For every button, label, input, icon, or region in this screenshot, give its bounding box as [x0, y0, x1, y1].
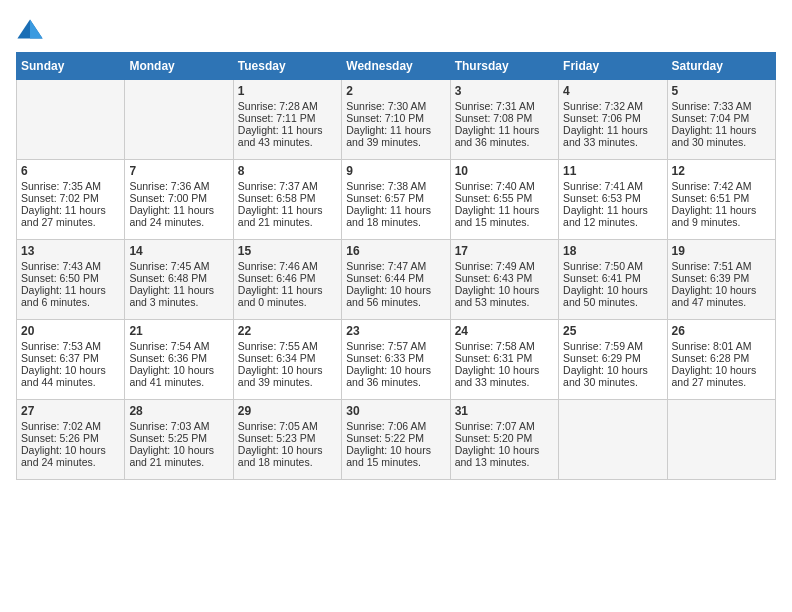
day-info: Sunrise: 7:35 AM	[21, 180, 120, 192]
calendar-cell: 15Sunrise: 7:46 AMSunset: 6:46 PMDayligh…	[233, 240, 341, 320]
day-info: Daylight: 10 hours and 18 minutes.	[238, 444, 337, 468]
calendar-cell: 23Sunrise: 7:57 AMSunset: 6:33 PMDayligh…	[342, 320, 450, 400]
day-number: 7	[129, 164, 228, 178]
day-info: Sunrise: 7:58 AM	[455, 340, 554, 352]
day-number: 3	[455, 84, 554, 98]
day-info: Daylight: 11 hours and 43 minutes.	[238, 124, 337, 148]
day-info: Sunset: 6:51 PM	[672, 192, 771, 204]
day-number: 30	[346, 404, 445, 418]
day-info: Daylight: 11 hours and 33 minutes.	[563, 124, 662, 148]
day-number: 5	[672, 84, 771, 98]
day-number: 17	[455, 244, 554, 258]
calendar-cell: 30Sunrise: 7:06 AMSunset: 5:22 PMDayligh…	[342, 400, 450, 480]
day-number: 8	[238, 164, 337, 178]
day-info: Daylight: 11 hours and 30 minutes.	[672, 124, 771, 148]
day-info: Sunset: 6:36 PM	[129, 352, 228, 364]
day-info: Sunrise: 7:28 AM	[238, 100, 337, 112]
day-number: 15	[238, 244, 337, 258]
day-info: Sunset: 6:58 PM	[238, 192, 337, 204]
day-info: Sunrise: 7:41 AM	[563, 180, 662, 192]
day-info: Daylight: 10 hours and 44 minutes.	[21, 364, 120, 388]
day-info: Daylight: 10 hours and 53 minutes.	[455, 284, 554, 308]
day-info: Daylight: 11 hours and 3 minutes.	[129, 284, 228, 308]
calendar-cell: 29Sunrise: 7:05 AMSunset: 5:23 PMDayligh…	[233, 400, 341, 480]
day-info: Sunset: 6:50 PM	[21, 272, 120, 284]
col-header-tuesday: Tuesday	[233, 53, 341, 80]
day-info: Sunrise: 7:43 AM	[21, 260, 120, 272]
day-info: Sunset: 7:06 PM	[563, 112, 662, 124]
calendar-cell: 11Sunrise: 7:41 AMSunset: 6:53 PMDayligh…	[559, 160, 667, 240]
week-row-1: 1Sunrise: 7:28 AMSunset: 7:11 PMDaylight…	[17, 80, 776, 160]
day-number: 20	[21, 324, 120, 338]
svg-marker-1	[30, 20, 43, 39]
day-info: Daylight: 10 hours and 39 minutes.	[238, 364, 337, 388]
day-info: Sunrise: 7:53 AM	[21, 340, 120, 352]
calendar-cell: 14Sunrise: 7:45 AMSunset: 6:48 PMDayligh…	[125, 240, 233, 320]
calendar-cell: 7Sunrise: 7:36 AMSunset: 7:00 PMDaylight…	[125, 160, 233, 240]
day-number: 21	[129, 324, 228, 338]
calendar-cell: 10Sunrise: 7:40 AMSunset: 6:55 PMDayligh…	[450, 160, 558, 240]
day-info: Sunset: 7:08 PM	[455, 112, 554, 124]
col-header-wednesday: Wednesday	[342, 53, 450, 80]
calendar-cell: 19Sunrise: 7:51 AMSunset: 6:39 PMDayligh…	[667, 240, 775, 320]
day-number: 25	[563, 324, 662, 338]
day-number: 18	[563, 244, 662, 258]
col-header-thursday: Thursday	[450, 53, 558, 80]
day-info: Sunrise: 7:47 AM	[346, 260, 445, 272]
day-info: Daylight: 11 hours and 6 minutes.	[21, 284, 120, 308]
col-header-monday: Monday	[125, 53, 233, 80]
day-info: Sunrise: 7:03 AM	[129, 420, 228, 432]
calendar-cell: 25Sunrise: 7:59 AMSunset: 6:29 PMDayligh…	[559, 320, 667, 400]
header-row: SundayMondayTuesdayWednesdayThursdayFrid…	[17, 53, 776, 80]
calendar-cell: 13Sunrise: 7:43 AMSunset: 6:50 PMDayligh…	[17, 240, 125, 320]
day-number: 9	[346, 164, 445, 178]
day-info: Sunrise: 7:31 AM	[455, 100, 554, 112]
day-number: 27	[21, 404, 120, 418]
day-info: Sunset: 6:44 PM	[346, 272, 445, 284]
calendar-cell: 1Sunrise: 7:28 AMSunset: 7:11 PMDaylight…	[233, 80, 341, 160]
day-info: Sunrise: 7:46 AM	[238, 260, 337, 272]
day-info: Daylight: 11 hours and 39 minutes.	[346, 124, 445, 148]
day-info: Sunset: 6:53 PM	[563, 192, 662, 204]
day-number: 12	[672, 164, 771, 178]
day-info: Daylight: 11 hours and 24 minutes.	[129, 204, 228, 228]
day-info: Sunrise: 7:57 AM	[346, 340, 445, 352]
day-info: Daylight: 11 hours and 27 minutes.	[21, 204, 120, 228]
day-info: Daylight: 10 hours and 30 minutes.	[563, 364, 662, 388]
day-number: 23	[346, 324, 445, 338]
day-info: Sunset: 7:11 PM	[238, 112, 337, 124]
day-info: Sunset: 7:10 PM	[346, 112, 445, 124]
calendar-cell: 5Sunrise: 7:33 AMSunset: 7:04 PMDaylight…	[667, 80, 775, 160]
calendar-cell: 6Sunrise: 7:35 AMSunset: 7:02 PMDaylight…	[17, 160, 125, 240]
day-info: Sunset: 6:48 PM	[129, 272, 228, 284]
calendar-cell: 17Sunrise: 7:49 AMSunset: 6:43 PMDayligh…	[450, 240, 558, 320]
day-info: Sunset: 5:26 PM	[21, 432, 120, 444]
day-number: 13	[21, 244, 120, 258]
day-info: Sunset: 6:46 PM	[238, 272, 337, 284]
calendar-cell: 12Sunrise: 7:42 AMSunset: 6:51 PMDayligh…	[667, 160, 775, 240]
day-info: Sunset: 6:37 PM	[21, 352, 120, 364]
day-info: Daylight: 10 hours and 27 minutes.	[672, 364, 771, 388]
day-info: Daylight: 10 hours and 47 minutes.	[672, 284, 771, 308]
calendar-cell: 8Sunrise: 7:37 AMSunset: 6:58 PMDaylight…	[233, 160, 341, 240]
day-info: Daylight: 11 hours and 9 minutes.	[672, 204, 771, 228]
day-number: 16	[346, 244, 445, 258]
day-info: Daylight: 11 hours and 18 minutes.	[346, 204, 445, 228]
day-info: Sunset: 6:57 PM	[346, 192, 445, 204]
day-info: Sunrise: 7:37 AM	[238, 180, 337, 192]
day-number: 26	[672, 324, 771, 338]
calendar-cell: 3Sunrise: 7:31 AMSunset: 7:08 PMDaylight…	[450, 80, 558, 160]
day-info: Sunrise: 7:49 AM	[455, 260, 554, 272]
col-header-saturday: Saturday	[667, 53, 775, 80]
day-info: Sunrise: 7:06 AM	[346, 420, 445, 432]
calendar-cell: 21Sunrise: 7:54 AMSunset: 6:36 PMDayligh…	[125, 320, 233, 400]
day-info: Sunset: 5:22 PM	[346, 432, 445, 444]
day-info: Daylight: 10 hours and 56 minutes.	[346, 284, 445, 308]
day-number: 19	[672, 244, 771, 258]
day-number: 24	[455, 324, 554, 338]
day-number: 31	[455, 404, 554, 418]
col-header-friday: Friday	[559, 53, 667, 80]
calendar-cell: 24Sunrise: 7:58 AMSunset: 6:31 PMDayligh…	[450, 320, 558, 400]
day-info: Sunrise: 7:40 AM	[455, 180, 554, 192]
day-info: Sunrise: 7:59 AM	[563, 340, 662, 352]
